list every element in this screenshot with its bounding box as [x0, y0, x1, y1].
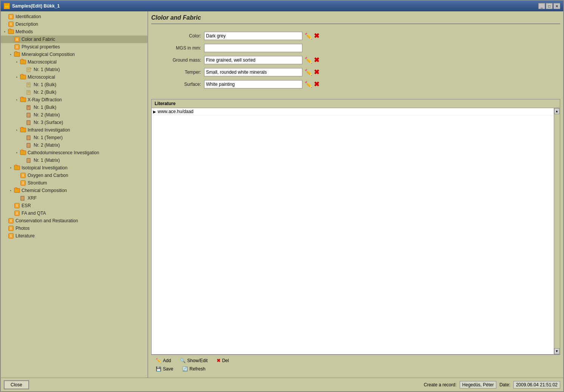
sidebar-item-xray[interactable]: ▪ X-Ray Diffraction — [1, 96, 147, 104]
color-edit-icon[interactable]: ✏️ — [305, 33, 312, 40]
xrf-icon — [20, 195, 26, 201]
save-label: Save — [163, 366, 173, 372]
oxygen-carbon-icon: i — [20, 172, 26, 178]
refresh-icon: 🔄 — [182, 366, 188, 372]
mic-nr1-icon — [26, 82, 32, 88]
macroscopical-expand-btn[interactable]: ▪ — [14, 60, 19, 64]
surface-edit-icon[interactable]: ✏️ — [305, 81, 312, 88]
title-bar: Samples(Edit) Bükk_1 _ □ ✕ — [1, 1, 563, 11]
mac-nr1-icon — [26, 67, 32, 73]
ir-nr1-label: Nr. 1 (Temper) — [34, 135, 63, 140]
sidebar-item-photos[interactable]: i Photos — [1, 225, 147, 232]
form-area: Color: ✏️ ✖ MGS in mm: Ground mass: — [151, 29, 560, 95]
sidebar-item-esr[interactable]: i ESR — [1, 202, 147, 209]
cathodoluminescence-label: Cathodoluminescence Investigation — [28, 150, 99, 155]
lit-scroll-up[interactable]: ▲ — [554, 108, 559, 114]
sidebar-item-infrared[interactable]: ▪ Infrared Investigation — [1, 126, 147, 134]
mgs-input[interactable] — [204, 44, 302, 52]
sidebar-item-isotopical[interactable]: ▪ Isotopical Investigation — [1, 164, 147, 172]
groundmass-edit-icon[interactable]: ✏️ — [305, 57, 312, 64]
literature-row[interactable]: ▶ www.ace.hu/daad — [152, 108, 554, 115]
sidebar-item-identification[interactable]: i Identification — [1, 13, 147, 20]
chemical-expand-btn[interactable]: ▪ — [8, 188, 13, 193]
sidebar-item-strontium[interactable]: i Strontium — [1, 179, 147, 187]
show-edit-button[interactable]: 🔍 Show/Edit — [178, 357, 209, 364]
sidebar-item-mic-nr2[interactable]: Nr. 2 (Bulk) — [1, 88, 147, 96]
sidebar: i Identification i Description ▪ Methods — [1, 11, 148, 378]
sidebar-item-mineralogical[interactable]: ▪ Mineralogical Composition — [1, 51, 147, 58]
methods-expand-btn[interactable]: ▪ — [2, 29, 7, 34]
sidebar-item-xrd-nr2[interactable]: Nr. 2 (Matrix) — [1, 111, 147, 119]
physical-properties-label: Physical properties — [22, 44, 60, 50]
sidebar-item-literature[interactable]: i Literature — [1, 232, 147, 240]
description-icon: i — [8, 21, 14, 27]
color-delete-icon[interactable]: ✖ — [314, 32, 319, 40]
literature-tree-icon: i — [8, 233, 14, 239]
cathodoluminescence-expand-btn[interactable]: ▪ — [14, 150, 19, 155]
sidebar-item-mac-nr1[interactable]: Nr. 1 (Matrix) — [1, 66, 147, 73]
minimize-button[interactable]: _ — [538, 3, 545, 9]
sidebar-item-fa-qta[interactable]: i FA and QTA — [1, 209, 147, 217]
surface-delete-icon[interactable]: ✖ — [314, 80, 319, 88]
sidebar-item-macroscopical[interactable]: ▪ Macroscopical — [1, 58, 147, 66]
mgs-label: MGS in mm: — [151, 45, 204, 51]
mac-nr1-label: Nr. 1 (Matrix) — [34, 67, 60, 72]
identification-label: Identification — [15, 14, 41, 19]
isotopical-expand-btn[interactable]: ▪ — [8, 166, 13, 170]
macroscopical-icon — [20, 59, 26, 65]
lit-scroll-down[interactable]: ▼ — [554, 348, 559, 354]
sidebar-item-color-fabric[interactable]: i Color and Fabric — [1, 36, 147, 43]
xray-label: X-Ray Diffraction — [28, 97, 62, 102]
sidebar-item-conservation[interactable]: i Conservation and Restauration — [1, 217, 147, 225]
close-button[interactable]: Close — [4, 380, 29, 389]
expand-placeholder — [2, 234, 7, 238]
sidebar-item-oxygen-carbon[interactable]: i Oxygen and Carbon — [1, 172, 147, 179]
svg-rect-18 — [27, 113, 30, 117]
groundmass-input[interactable] — [204, 56, 302, 64]
maximize-button[interactable]: □ — [546, 3, 553, 9]
add-button[interactable]: ✏️ Add — [154, 357, 172, 364]
infrared-expand-btn[interactable]: ▪ — [14, 128, 19, 132]
sidebar-item-xrd-nr3[interactable]: Nr. 3 (Surface) — [1, 119, 147, 126]
del-label: Del — [222, 358, 229, 363]
conservation-icon: i — [8, 218, 14, 224]
window-close-button[interactable]: ✕ — [553, 3, 560, 9]
mineralogical-expand-btn[interactable]: ▪ — [8, 52, 13, 57]
svg-rect-21 — [27, 143, 30, 147]
microscopical-expand-btn[interactable]: ▪ — [14, 75, 19, 79]
sidebar-item-xrd-nr1[interactable]: Nr. 1 (Bulk) — [1, 104, 147, 111]
ir-nr1-icon — [26, 135, 32, 141]
sidebar-item-description[interactable]: i Description — [1, 20, 147, 28]
literature-header: Literature — [152, 99, 560, 108]
expand-placeholder — [20, 82, 25, 87]
xray-expand-btn[interactable]: ▪ — [14, 98, 19, 102]
sidebar-item-mic-nr1[interactable]: Nr. 1 (Bulk) — [1, 81, 147, 88]
temper-delete-icon[interactable]: ✖ — [314, 68, 319, 76]
app-icon — [4, 3, 10, 9]
sidebar-item-cat-nr1[interactable]: Nr. 1 (Matrix) — [1, 156, 147, 164]
methods-label: Methods — [15, 29, 33, 34]
surface-input[interactable] — [204, 80, 302, 88]
save-button[interactable]: 💾 Save — [154, 366, 175, 372]
sidebar-item-ir-nr1[interactable]: Nr. 1 (Temper) — [1, 134, 147, 141]
groundmass-label: Ground mass: — [151, 57, 204, 63]
sidebar-item-physical-properties[interactable]: i Physical properties — [1, 43, 147, 51]
del-button[interactable]: ✖ Del — [215, 357, 230, 364]
sidebar-item-cathodoluminescence[interactable]: ▪ Cathodoluminescence Investigation — [1, 149, 147, 156]
sidebar-item-methods[interactable]: ▪ Methods — [1, 28, 147, 36]
sidebar-item-ir-nr2[interactable]: Nr. 2 (Matrix) — [1, 141, 147, 149]
color-actions: ✏️ ✖ — [305, 32, 319, 40]
svg-rect-20 — [27, 136, 30, 140]
sidebar-item-xrf[interactable]: XRF — [1, 194, 147, 202]
temper-edit-icon[interactable]: ✏️ — [305, 69, 312, 76]
expand-placeholder — [14, 173, 19, 178]
groundmass-delete-icon[interactable]: ✖ — [314, 56, 319, 64]
refresh-button[interactable]: 🔄 Refresh — [181, 366, 207, 372]
sidebar-item-chemical-composition[interactable]: ▪ Chemical Composition — [1, 187, 147, 194]
del-icon: ✖ — [217, 358, 220, 363]
color-input[interactable] — [204, 32, 302, 40]
sidebar-item-microscopical[interactable]: ▪ Microscopical — [1, 73, 147, 81]
temper-input[interactable] — [204, 68, 302, 76]
fa-qta-icon: i — [14, 210, 20, 216]
isotopical-icon — [14, 165, 20, 171]
